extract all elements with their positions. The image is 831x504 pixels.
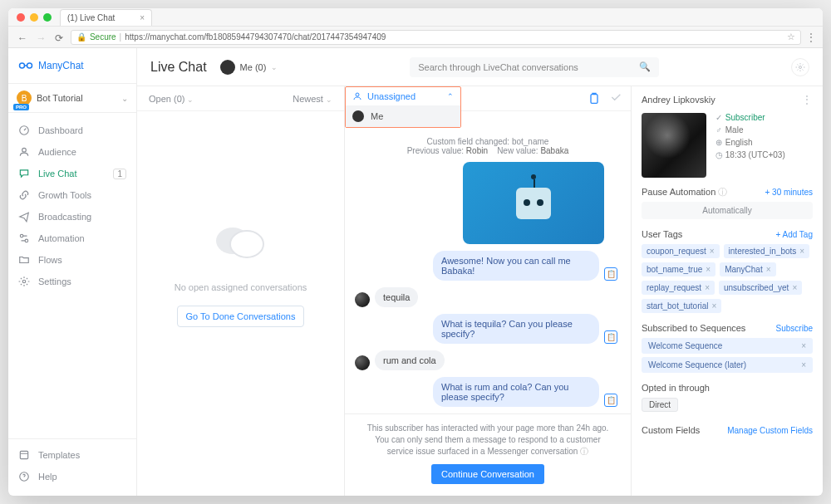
brand[interactable]: ManyChat bbox=[8, 48, 136, 83]
close-tab-icon[interactable]: × bbox=[140, 13, 145, 22]
tag-chip[interactable]: interested_in_bots× bbox=[724, 244, 810, 258]
plus-30-minutes[interactable]: + 30 minutes bbox=[765, 188, 813, 197]
nav-growth[interactable]: Growth Tools bbox=[8, 184, 136, 206]
chevron-down-icon: ⌄ bbox=[271, 63, 278, 71]
window-controls[interactable] bbox=[8, 13, 60, 22]
clipboard-icon[interactable]: 📋 bbox=[604, 330, 617, 344]
close-window-icon[interactable] bbox=[17, 13, 25, 22]
nav-livechat[interactable]: Live Chat 1 bbox=[8, 163, 136, 184]
tag-chip[interactable]: bot_name_true× bbox=[642, 262, 715, 276]
nav-dashboard[interactable]: Dashboard bbox=[8, 120, 136, 141]
back-icon[interactable]: ← bbox=[15, 32, 30, 44]
svg-rect-7 bbox=[20, 451, 27, 458]
tag-chip[interactable]: start_bot_tutorial× bbox=[642, 299, 721, 313]
user-avatar-icon bbox=[355, 355, 370, 370]
remove-tag-icon[interactable]: × bbox=[705, 283, 710, 292]
pause-automation-row: Pause Automation ⓘ + 30 minutes bbox=[642, 186, 813, 198]
remove-tag-icon[interactable]: × bbox=[799, 247, 804, 256]
titlebar: (1) Live Chat × bbox=[8, 8, 823, 27]
nav-audience[interactable]: Audience bbox=[8, 141, 136, 163]
subscribe-link[interactable]: Subscribe bbox=[776, 324, 813, 333]
chat-header: Unassigned ⌃ Me bbox=[345, 86, 631, 111]
chevron-down-icon: ⌄ bbox=[121, 94, 128, 103]
bot-image-message[interactable] bbox=[463, 162, 604, 244]
remove-tag-icon[interactable]: × bbox=[710, 247, 715, 256]
assign-toggle[interactable]: Unassigned ⌃ bbox=[346, 87, 460, 105]
remove-sequence-icon[interactable]: × bbox=[801, 360, 806, 369]
svg-point-6 bbox=[22, 280, 26, 283]
remove-tag-icon[interactable]: × bbox=[706, 265, 711, 274]
content: Open (0) ⌄ Newest ⌄ bbox=[137, 86, 823, 496]
search-input[interactable]: Search through LiveChat conversations 🔍 bbox=[410, 57, 659, 77]
profile-photo[interactable] bbox=[642, 113, 706, 178]
sidebar: ManyChat B PRO Bot Tutorial ⌄ Dashboard … bbox=[8, 48, 137, 496]
forward-icon[interactable]: → bbox=[33, 32, 48, 44]
brand-name: ManyChat bbox=[38, 60, 84, 71]
clipboard-icon[interactable] bbox=[588, 92, 601, 105]
bookmark-icon[interactable]: ☆ bbox=[787, 32, 795, 42]
details-column: Andrey Lipkovskiy ⋮ ✓ Subscriber ♂ Male … bbox=[632, 86, 823, 496]
assign-option-me[interactable]: Me bbox=[346, 105, 460, 127]
remove-tag-icon[interactable]: × bbox=[712, 301, 717, 311]
continue-conversation-button[interactable]: Continue Conversation bbox=[431, 464, 544, 484]
sequences-header: Subscribed to Sequences Subscribe bbox=[642, 323, 813, 333]
user-tags-header: User Tags + Add Tag bbox=[642, 229, 813, 239]
url-bar[interactable]: 🔒 Secure | https://manychat.com/fb180859… bbox=[71, 30, 801, 45]
user-message: rum and cola bbox=[355, 350, 621, 370]
add-tag-link[interactable]: + Add Tag bbox=[775, 230, 813, 239]
open-filter[interactable]: Open (0) ⌄ bbox=[149, 94, 194, 104]
conversations-column: Open (0) ⌄ Newest ⌄ bbox=[137, 86, 345, 496]
agent-filter[interactable]: Me (0) ⌄ bbox=[220, 60, 278, 75]
manage-custom-fields-link[interactable]: Manage Custom Fields bbox=[727, 426, 813, 435]
pro-badge: PRO bbox=[13, 104, 29, 110]
nav-templates[interactable]: Templates bbox=[8, 444, 136, 466]
profile-row: ✓ Subscriber ♂ Male ⊕ English ◷ 18:33 (U… bbox=[642, 113, 813, 178]
settings-gear-icon[interactable] bbox=[791, 58, 809, 76]
chevron-down-icon: ⌄ bbox=[187, 95, 194, 104]
tag-chip[interactable]: replay_request× bbox=[642, 281, 715, 295]
svg-point-12 bbox=[356, 93, 359, 96]
tab-title: (1) Live Chat bbox=[67, 13, 115, 22]
nav-settings[interactable]: Settings bbox=[8, 271, 136, 292]
chat-messages[interactable]: Custom field changed: bot_name Previous … bbox=[345, 111, 631, 413]
tag-chip[interactable]: unsubscribed_yet× bbox=[719, 281, 802, 295]
sequence-row[interactable]: Welcome Sequence (later)× bbox=[642, 357, 813, 373]
bot-message: What is tequila? Can you please specify?… bbox=[355, 314, 617, 344]
remove-tag-icon[interactable]: × bbox=[792, 283, 797, 292]
more-menu-icon[interactable]: ⋮ bbox=[801, 93, 813, 106]
checkmark-icon[interactable] bbox=[609, 91, 622, 107]
reload-icon[interactable]: ⟳ bbox=[52, 32, 66, 44]
assign-dropdown[interactable]: Unassigned ⌃ Me bbox=[345, 86, 461, 128]
nav-help[interactable]: Help bbox=[8, 466, 136, 487]
remove-sequence-icon[interactable]: × bbox=[801, 341, 806, 350]
bot-selector[interactable]: B PRO Bot Tutorial ⌄ bbox=[8, 83, 136, 113]
sequence-row[interactable]: Welcome Sequence× bbox=[642, 338, 813, 354]
maximize-window-icon[interactable] bbox=[43, 13, 52, 22]
svg-point-11 bbox=[230, 231, 263, 257]
agent-filter-label: Me (0) bbox=[240, 62, 267, 72]
globe-icon: ⊕ bbox=[715, 138, 723, 147]
browser-menu-icon[interactable]: ⋮ bbox=[806, 32, 816, 43]
nav-automation[interactable]: Automation bbox=[8, 228, 136, 249]
browser-tab[interactable]: (1) Live Chat × bbox=[60, 9, 152, 26]
tag-chip[interactable]: coupon_request× bbox=[642, 244, 720, 258]
clipboard-icon[interactable]: 📋 bbox=[604, 267, 617, 281]
nav-flows[interactable]: Flows bbox=[8, 249, 136, 271]
link-icon bbox=[18, 189, 30, 201]
nav-broadcasting[interactable]: Broadcasting bbox=[8, 206, 136, 228]
svg-rect-13 bbox=[591, 94, 597, 103]
subscriber-name: Andrey Lipkovskiy bbox=[642, 95, 715, 105]
bot-message: What is rum and cola? Can you please spe… bbox=[355, 377, 617, 407]
sort-filter[interactable]: Newest ⌄ bbox=[293, 94, 332, 104]
automatically-button[interactable]: Automatically bbox=[642, 202, 813, 219]
info-icon[interactable]: ⓘ bbox=[580, 447, 588, 456]
tag-chip[interactable]: ManyChat× bbox=[720, 262, 775, 276]
send-icon bbox=[18, 211, 30, 223]
minimize-window-icon[interactable] bbox=[30, 13, 38, 22]
remove-tag-icon[interactable]: × bbox=[766, 265, 771, 274]
browser-window: (1) Live Chat × ← → ⟳ 🔒 Secure | https:/… bbox=[8, 8, 823, 496]
clipboard-icon[interactable]: 📋 bbox=[604, 394, 617, 407]
search-wrap: Search through LiveChat conversations 🔍 bbox=[410, 57, 659, 77]
goto-done-button[interactable]: Go To Done Conversations bbox=[177, 306, 305, 327]
info-icon[interactable]: ⓘ bbox=[718, 187, 727, 197]
